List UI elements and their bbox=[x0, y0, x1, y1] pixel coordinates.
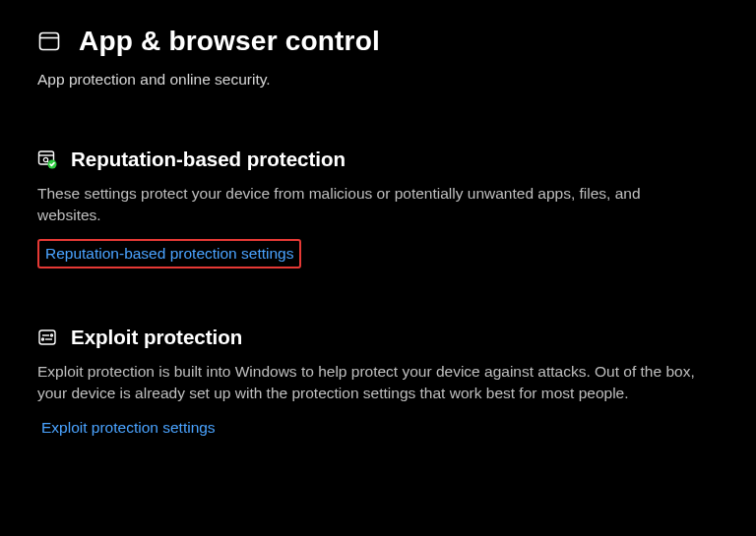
exploit-section: Exploit protection Exploit protection is… bbox=[37, 326, 719, 439]
svg-point-4 bbox=[43, 157, 47, 161]
exploit-section-header: Exploit protection bbox=[37, 326, 719, 349]
app-browser-icon bbox=[37, 30, 61, 53]
reputation-section: Reputation-based protection These settin… bbox=[37, 148, 719, 268]
page-title: App & browser control bbox=[79, 26, 380, 57]
exploit-description: Exploit protection is built into Windows… bbox=[37, 361, 707, 405]
exploit-icon bbox=[37, 328, 57, 347]
svg-point-9 bbox=[51, 334, 53, 336]
svg-point-11 bbox=[42, 338, 44, 340]
reputation-section-header: Reputation-based protection bbox=[37, 148, 719, 171]
exploit-title: Exploit protection bbox=[71, 326, 242, 349]
svg-rect-0 bbox=[40, 33, 59, 50]
page-header: App & browser control bbox=[37, 26, 719, 57]
reputation-icon bbox=[37, 149, 57, 169]
svg-rect-7 bbox=[39, 330, 55, 344]
reputation-title: Reputation-based protection bbox=[71, 148, 346, 171]
reputation-settings-link[interactable]: Reputation-based protection settings bbox=[37, 239, 301, 268]
reputation-description: These settings protect your device from … bbox=[37, 183, 707, 227]
exploit-settings-link[interactable]: Exploit protection settings bbox=[37, 417, 220, 439]
page-subtitle: App protection and online security. bbox=[37, 71, 719, 89]
